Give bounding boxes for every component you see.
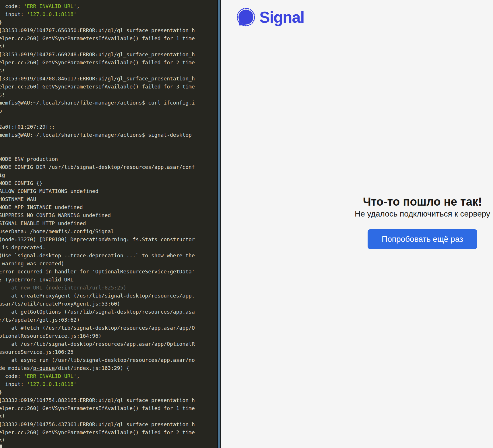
terminal-line: at async run (/usr/lib/signal-desktop/re… — [0, 356, 195, 364]
terminal-line: at #fetch (/usr/lib/signal-desktop/resou… — [0, 324, 195, 332]
terminal-line: r/ts/updater/got.js:63:62) — [0, 316, 195, 324]
terminal-window[interactable]: code: 'ERR_INVALID_URL', input: '127.0.0… — [0, 0, 217, 448]
terminal-line: s! — [0, 91, 195, 99]
signal-speech-bubble-icon — [237, 8, 255, 26]
terminal-line: memfis@WAU:~/.local/share/file-manager/a… — [0, 99, 195, 107]
terminal-line: 2a0f:f01:207:29f:: — [0, 123, 195, 131]
terminal-line: s! — [0, 43, 195, 51]
terminal-line: [33153:0919/104707.656350:ERROR:ui/gl/gl… — [0, 26, 195, 34]
terminal-line: at /usr/lib/signal-desktop/resources/app… — [0, 340, 195, 348]
retry-button[interactable]: Попробовать ещё раз — [368, 229, 477, 249]
signal-wordmark: Signal — [259, 8, 304, 26]
terminal-line — [0, 115, 195, 123]
terminal-line: code: 'ERR_INVALID_URL', — [0, 372, 195, 380]
terminal-line: } — [0, 18, 195, 26]
terminal-line: NODE_CONFIG_DIR /usr/lib/signal-desktop/… — [0, 163, 195, 171]
terminal-line: memfis@WAU:~/.local/share/file-manager/a… — [0, 131, 195, 139]
terminal-line: } — [0, 388, 195, 396]
terminal-line: NODE_ENV production — [0, 155, 195, 163]
terminal-line: elper.cc:260] GetVSyncParametersIfAvaila… — [0, 83, 195, 91]
terminal-line: is deprecated. — [0, 244, 195, 252]
terminal-line: userData: /home/memfis/.config/Signal — [0, 227, 195, 235]
terminal-line: SIGNAL_ENABLE_HTTP undefined — [0, 219, 195, 227]
terminal-line: at new URL (node:internal/url:825:25) — [0, 284, 195, 292]
terminal-line: elper.cc:260] GetVSyncParametersIfAvaila… — [0, 428, 195, 437]
terminal-line: esourceService.js:106:25 — [0, 348, 195, 356]
terminal-line: [33332:0919/104756.437363:ERROR:ui/gl/gl… — [0, 420, 195, 428]
terminal-line — [0, 139, 195, 147]
terminal-line: NODE_CONFIG {} — [0, 179, 195, 187]
terminal-line: (node:33270) [DEP0180] DeprecationWarnin… — [0, 235, 195, 244]
terminal-line: Error occurred in handler for 'OptionalR… — [0, 268, 195, 276]
terminal-line: ALLOW_CONFIG_MUTATIONS undefined — [0, 187, 195, 195]
terminal-line: : TypeError: Invalid URL — [0, 276, 195, 284]
terminal-line: de_modules/p-queue/dist/index.js:163:29)… — [0, 364, 195, 372]
terminal-line: NODE_APP_INSTANCE undefined — [0, 203, 195, 211]
error-title: Что-то пошло не так! — [355, 195, 490, 208]
terminal-line — [0, 147, 195, 155]
terminal-line: HOSTNAME WAU — [0, 195, 195, 203]
terminal-line: (Use `signal-desktop --trace-deprecation… — [0, 252, 195, 260]
terminal-line: elper.cc:260] GetVSyncParametersIfAvaila… — [0, 34, 195, 43]
terminal-line: code: 'ERR_INVALID_URL', — [0, 2, 195, 10]
terminal-line: at createProxyAgent (/usr/lib/signal-des… — [0, 292, 195, 300]
error-panel: Что-то пошло не так! Не удалось подключи… — [355, 195, 490, 249]
terminal-line: at getGotOptions (/usr/lib/signal-deskto… — [0, 308, 195, 316]
terminal-line: SUPPRESS_NO_CONFIG_WARNING undefined — [0, 211, 195, 219]
terminal-output: code: 'ERR_INVALID_URL', input: '127.0.0… — [0, 2, 195, 445]
terminal-line: input: '127.0.0.1:8118' — [0, 380, 195, 388]
terminal-line: [33153:0919/104707.669248:ERROR:ui/gl/gl… — [0, 51, 195, 59]
signal-window: Signal Что-то пошло не так! Не удалось п… — [221, 0, 493, 448]
terminal-line: [33153:0919/104708.846117:ERROR:ui/gl/gl… — [0, 75, 195, 83]
terminal-line: elper.cc:260] GetVSyncParametersIfAvaila… — [0, 404, 195, 412]
terminal-line: [33332:0919/104754.882165:ERROR:ui/gl/gl… — [0, 396, 195, 404]
error-subtitle: Не удалось подключиться к серверу — [355, 209, 490, 219]
terminal-line: ig — [0, 171, 195, 179]
terminal-line: elper.cc:260] GetVSyncParametersIfAvaila… — [0, 59, 195, 67]
terminal-line: input: '127.0.0.1:8118' — [0, 10, 195, 18]
terminal-line: s! — [0, 412, 195, 420]
terminal-line: warning was created) — [0, 260, 195, 268]
terminal-line: asar/ts/util/createProxyAgent.js:53:60) — [0, 300, 195, 308]
terminal-line: s! — [0, 67, 195, 75]
terminal-line: ptionalResourceService.js:164:96) — [0, 332, 195, 340]
terminal-line: s! — [0, 437, 195, 445]
terminal-line: o — [0, 107, 195, 115]
signal-logo: Signal — [237, 8, 304, 26]
terminal-scrollbar[interactable] — [217, 0, 221, 448]
terminal-cursor — [0, 445, 2, 448]
